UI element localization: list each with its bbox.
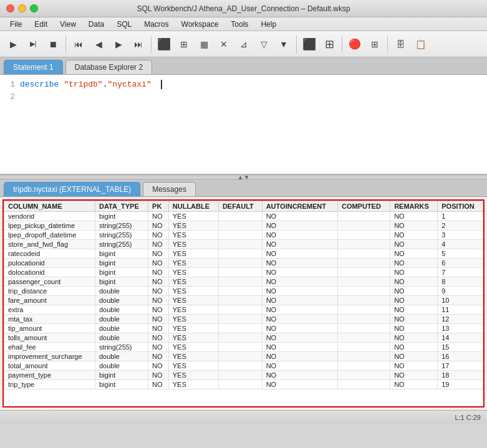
table-row: tip_amountdoubleNOYESNONO13 [4,324,483,333]
db-connect-button[interactable]: ⬛ [300,35,319,54]
table-row: passenger_countbigintNOYESNONO8 [4,277,483,287]
table-row: payment_typebigintNOYESNONO18 [4,371,483,380]
table-cell: YES [168,268,218,277]
menu-help[interactable]: Help [256,19,281,30]
table-cell: pulocationid [4,259,95,268]
table-cell [218,380,262,389]
tab-db-explorer[interactable]: Database Explorer 2 [65,60,152,74]
table-cell [337,380,390,389]
minimize-button[interactable] [18,4,26,12]
table-cell [218,315,262,324]
table-cell: NO [390,333,438,343]
menu-view[interactable]: View [55,19,81,30]
table-cell [218,324,262,333]
filter-clear-button[interactable]: ▼ [274,35,293,54]
next-button[interactable]: ▶ [109,35,128,54]
table-cell: NO [148,231,169,240]
table-cell: NO [262,268,337,277]
filter-apply-button[interactable]: ▽ [254,35,273,54]
table-cell: NO [148,221,169,231]
col-header-position: POSITION [438,201,483,212]
titlebar: SQL Workbench/J Athena_AD_User_Connectio… [0,0,487,17]
table-cell: NO [262,287,337,296]
table-row: extradoubleNOYESNONO11 [4,305,483,315]
clipboard-button[interactable]: 📋 [411,35,430,54]
menu-sql[interactable]: SQL [112,19,137,30]
first-button[interactable]: ⏮ [69,35,88,54]
table-cell: NO [262,249,337,259]
tab-results-table[interactable]: tripdb.nyctaxi (EXTERNAL_TABLE) [4,182,140,196]
col-header-data-type: DATA_TYPE [95,201,148,212]
table-cell: NO [262,259,337,268]
table-cell [218,231,262,240]
table-cell: bigint [95,277,148,287]
commit-button[interactable]: ⬛ [155,35,173,54]
table-cell: YES [168,333,218,343]
table-cell: tip_amount [4,324,95,333]
table-cell: bigint [95,371,148,380]
table-cell: YES [168,212,218,221]
stop-button[interactable]: ⏹ [44,35,62,54]
table-cell: NO [390,277,438,287]
line-number-1: 1 [5,79,15,91]
editor-line-2: 2 [5,91,482,103]
db-icon-button[interactable]: 🗄 [391,35,410,54]
run-current-button[interactable]: ▶| [24,35,42,54]
table-cell: improvement_surcharge [4,352,95,361]
table-row: fare_amountdoubleNOYESNONO10 [4,296,483,305]
menu-edit[interactable]: Edit [29,19,52,30]
table-cell: YES [168,277,218,287]
table-cell: NO [148,268,169,277]
table-cell: YES [168,287,218,296]
table-cell: NO [148,343,169,352]
filter-button[interactable]: ⊿ [234,35,253,54]
table-cell: dolocationid [4,268,95,277]
table-cell: YES [168,296,218,305]
sql-editor[interactable]: 1 describe "tripdb"."nyctaxi" 2 [0,75,487,174]
toolbar-sep-1 [65,36,66,53]
last-button[interactable]: ⏭ [129,35,148,54]
table-cell: string(255) [95,240,148,249]
close-button[interactable] [6,4,14,12]
table-cell: NO [148,287,169,296]
table-cell: NO [390,240,438,249]
table-cell: bigint [95,212,148,221]
grid-view-button[interactable]: ⊞ [175,35,193,54]
tab-messages[interactable]: Messages [143,182,196,196]
menu-workspace[interactable]: Workspace [176,19,224,30]
table-cell: NO [262,231,337,240]
menu-macros[interactable]: Macros [139,19,173,30]
table-cell: 13 [438,324,483,333]
grid3-button[interactable]: ⊞ [365,35,384,54]
table-cell [337,333,390,343]
delete-row-button[interactable]: ✕ [215,35,233,54]
line-content-2 [20,91,25,103]
maximize-button[interactable] [30,4,38,12]
table-cell: NO [390,380,438,389]
table-cell [218,287,262,296]
db-manage-button[interactable]: ⊞ [320,35,339,54]
table-cell: NO [262,296,337,305]
cursor-position: L:1 C:29 [455,414,481,421]
table-cell: 11 [438,305,483,315]
table-row: trip_typebigintNOYESNONO19 [4,380,483,389]
results-table-container[interactable]: COLUMN_NAME DATA_TYPE PK NULLABLE DEFAUL… [2,199,485,407]
table-cell: double [95,333,148,343]
toolbar-sep-2 [151,36,152,53]
menu-file[interactable]: File [5,19,27,30]
table-cell [337,305,390,315]
run-button[interactable]: ▶ [4,35,22,54]
table-cell [218,268,262,277]
table-cell: 16 [438,352,483,361]
splitter[interactable]: ▲▼ [0,174,487,179]
col-header-autoincrement: AUTOINCREMENT [262,201,337,212]
table-cell: NO [262,240,337,249]
alert-button[interactable]: 🔴 [345,35,364,54]
prev-button[interactable]: ◀ [89,35,108,54]
table-cell: vendorid [4,212,95,221]
form-view-button[interactable]: ▦ [195,35,213,54]
menu-tools[interactable]: Tools [226,19,253,30]
menu-data[interactable]: Data [84,19,109,30]
table-cell [337,277,390,287]
tab-statement1[interactable]: Statement 1 [4,60,63,74]
